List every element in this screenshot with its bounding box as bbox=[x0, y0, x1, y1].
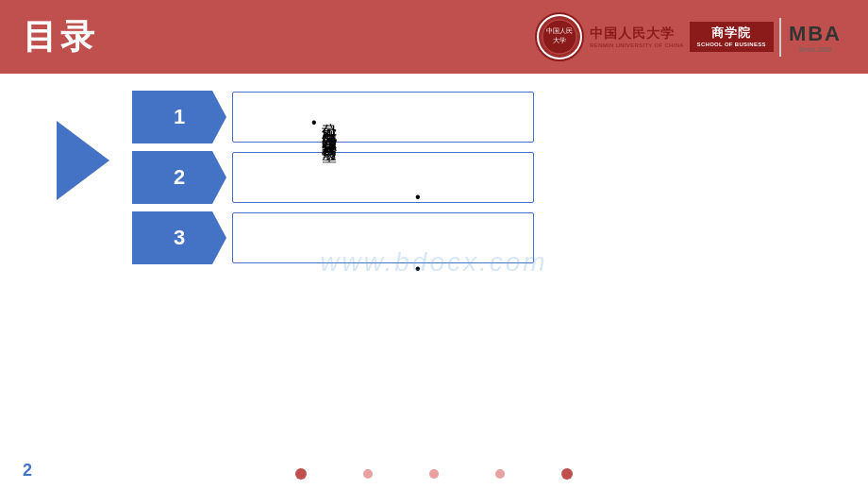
school-cn: 商学院 bbox=[711, 25, 751, 42]
vertical-text-main: 公司概况与问题综述分析与展望 bbox=[319, 111, 340, 138]
table-row: 3 bbox=[132, 211, 534, 264]
chevron-number-1: 1 bbox=[174, 105, 185, 129]
mba-logo: MBA Since 1990 bbox=[779, 18, 849, 57]
mba-sub: Since 1990 bbox=[798, 46, 831, 53]
svg-text:大学: 大学 bbox=[553, 37, 566, 44]
university-name: 中国人民大学 RENMIN UNIVERSITY OF CHINA bbox=[590, 25, 683, 48]
mba-text: MBA bbox=[789, 22, 842, 46]
text-box-3 bbox=[232, 212, 534, 263]
university-cn-name: 中国人民大学 bbox=[590, 25, 675, 42]
chevron-2: 2 bbox=[132, 151, 226, 204]
footer: 2 bbox=[0, 451, 868, 489]
chevron-3: 3 bbox=[132, 211, 226, 264]
footer-dot-1 bbox=[295, 468, 307, 480]
page-title: 目录 bbox=[23, 14, 98, 60]
school-of-business: 商学院 SCHOOL OF BUSINESS bbox=[690, 22, 774, 53]
chevron-number-3: 3 bbox=[174, 226, 185, 250]
footer-dot-4 bbox=[495, 469, 505, 479]
bullet-dot-1: • bbox=[311, 115, 317, 130]
big-arrow-container bbox=[57, 121, 109, 204]
floating-text-area: • 公司概况与问题综述分析与展望 bbox=[311, 111, 340, 138]
bullet-dot-3: • bbox=[415, 261, 421, 278]
header-bar: 目录 中国人民 大学 中国人民大学 RENMIN UNIVERSITY OF C… bbox=[0, 0, 868, 74]
text-box-1 bbox=[232, 92, 534, 143]
bullet-dot-2: • bbox=[415, 189, 421, 206]
school-en: SCHOOL OF BUSINESS bbox=[697, 42, 766, 49]
university-en-name: RENMIN UNIVERSITY OF CHINA bbox=[590, 42, 683, 48]
footer-dot-2 bbox=[363, 469, 373, 479]
chevron-number-2: 2 bbox=[174, 165, 185, 190]
logo-area: 中国人民 大学 中国人民大学 RENMIN UNIVERSITY OF CHIN… bbox=[535, 12, 849, 61]
page-number: 2 bbox=[23, 461, 32, 481]
footer-dot-3 bbox=[429, 469, 439, 479]
footer-dots bbox=[295, 468, 573, 480]
text-box-2 bbox=[232, 152, 534, 203]
big-arrow bbox=[57, 121, 109, 200]
university-logo-circle: 中国人民 大学 bbox=[535, 12, 584, 61]
main-content: 1 2 3 • 公司概况与问题综述分析与展望 bbox=[0, 74, 868, 451]
svg-text:中国人民: 中国人民 bbox=[546, 27, 573, 35]
table-row: 2 bbox=[132, 151, 534, 204]
logo-circle-inner: 中国人民 大学 bbox=[539, 16, 580, 58]
footer-dot-5 bbox=[561, 468, 573, 480]
chevron-1: 1 bbox=[132, 91, 226, 143]
